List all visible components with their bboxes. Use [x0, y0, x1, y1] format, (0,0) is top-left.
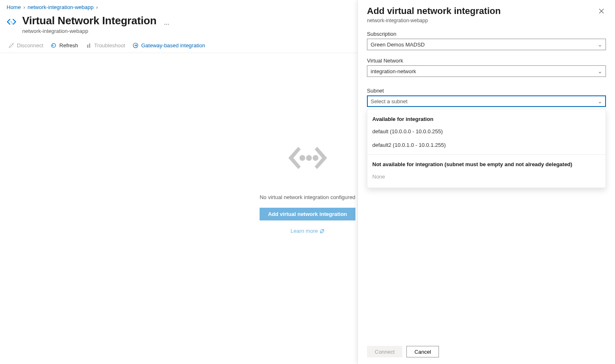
gateway-integration-button[interactable]: Gateway-based integration	[132, 42, 205, 49]
subscription-select[interactable]: Green Demos MADSD ⌄	[367, 39, 606, 50]
chevron-down-icon: ⌄	[598, 68, 602, 74]
close-icon	[599, 8, 604, 14]
svg-point-5	[299, 155, 305, 161]
vnet-label: Virtual Network	[367, 58, 606, 64]
panel-footer: Connect Cancel	[358, 341, 615, 364]
subscription-value: Green Demos MADSD	[371, 42, 425, 48]
subscription-field: Subscription Green Demos MADSD ⌄	[367, 31, 606, 50]
refresh-button[interactable]: Refresh	[51, 42, 78, 49]
refresh-label: Refresh	[59, 42, 78, 49]
subnet-label: Subnet	[367, 88, 606, 94]
close-panel-button[interactable]	[597, 7, 606, 16]
svg-point-0	[11, 21, 12, 23]
dropdown-group-available: Available for integration	[367, 112, 606, 125]
subnet-option-default[interactable]: default (10.0.0.0 - 10.0.0.255)	[367, 125, 606, 138]
svg-point-1	[12, 23, 13, 24]
vnet-empty-icon	[277, 139, 339, 178]
svg-rect-2	[87, 45, 88, 48]
svg-rect-3	[89, 44, 90, 48]
learn-more-link[interactable]: Learn more	[290, 228, 324, 234]
troubleshoot-label: Troubleshoot	[94, 42, 125, 49]
subnet-select[interactable]: Select a subnet ⌄	[367, 95, 606, 107]
vnet-field: Virtual Network integration-network ⌄	[367, 58, 606, 77]
vnet-value: integration-network	[371, 68, 416, 74]
add-vnet-panel: Add virtual network integration network-…	[358, 0, 615, 364]
subnet-dropdown: Available for integration default (10.0.…	[367, 109, 606, 188]
panel-subtitle: network-integration-webapp	[367, 18, 501, 23]
chevron-right-icon: ›	[23, 4, 25, 10]
empty-message: No virtual network integration configure…	[260, 194, 355, 200]
subscription-label: Subscription	[367, 31, 606, 37]
subnet-placeholder: Select a subnet	[371, 98, 408, 104]
dropdown-group-unavailable: Not available for integration (subnet mu…	[367, 157, 606, 170]
breadcrumb-resource[interactable]: network-integration-webapp	[28, 4, 93, 10]
add-vnet-integration-button[interactable]: Add virtual network integration	[260, 208, 355, 220]
vnet-integration-icon	[6, 16, 17, 28]
dropdown-divider	[367, 154, 606, 155]
cancel-button[interactable]: Cancel	[406, 346, 439, 357]
learn-more-label: Learn more	[290, 228, 318, 234]
vnet-select[interactable]: integration-network ⌄	[367, 65, 606, 77]
connect-button: Connect	[367, 346, 402, 357]
troubleshoot-button: Troubleshoot	[86, 42, 125, 49]
page-title: Virtual Network Integration	[22, 14, 156, 27]
page-subtitle: network-integration-webapp	[22, 28, 156, 34]
chevron-right-icon: ›	[96, 4, 97, 10]
svg-point-7	[313, 155, 318, 161]
breadcrumb-home[interactable]: Home	[7, 4, 21, 10]
more-actions-button[interactable]: ···	[161, 19, 172, 30]
disconnect-label: Disconnect	[17, 42, 43, 49]
panel-title: Add virtual network integration	[367, 6, 501, 16]
gateway-integration-label: Gateway-based integration	[141, 42, 205, 49]
external-link-icon	[320, 229, 325, 234]
subnet-option-none: None	[367, 170, 606, 183]
subnet-field: Subnet Select a subnet ⌄ Available for i…	[367, 88, 606, 107]
svg-point-6	[306, 155, 312, 161]
subnet-option-default2[interactable]: default2 (10.0.1.0 - 10.0.1.255)	[367, 138, 606, 152]
chevron-down-icon: ⌄	[598, 98, 602, 104]
chevron-down-icon: ⌄	[598, 42, 602, 48]
disconnect-button: Disconnect	[8, 42, 43, 49]
